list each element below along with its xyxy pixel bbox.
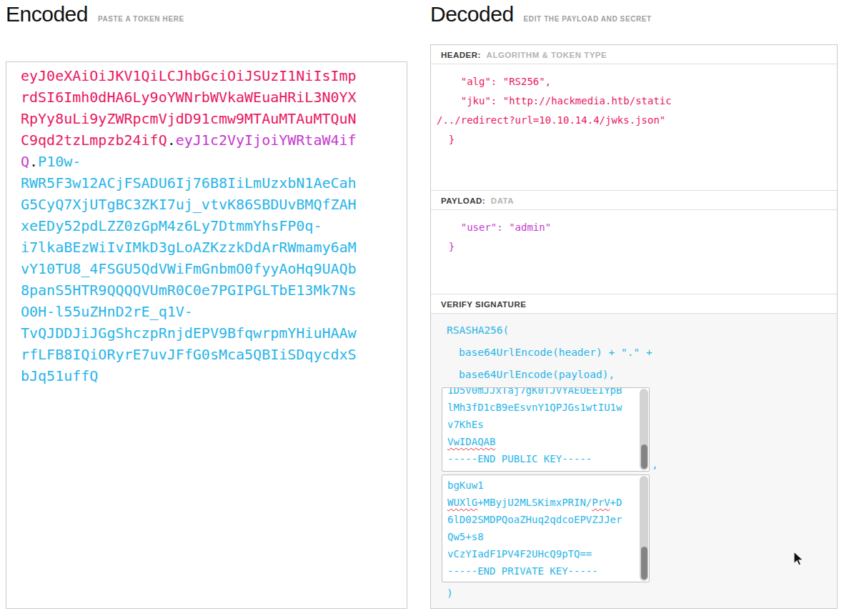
verify-code-line: base64UrlEncode(payload),: [459, 364, 837, 386]
token-separator: .: [29, 153, 38, 170]
decoded-title-row: Decoded EDIT THE PAYLOAD AND SECRET: [430, 0, 652, 29]
header-json-text[interactable]: "alg": "RS256", "jku": "http://hackmedia…: [431, 64, 837, 149]
payload-section-title: PAYLOAD: DATA: [431, 191, 837, 210]
header-section: HEADER: ALGORITHM & TOKEN TYPE "alg": "R…: [431, 45, 837, 191]
verify-signature-section: VERIFY SIGNATURE RSASHA256( base64UrlEnc…: [431, 294, 837, 608]
private-key-text: bgKuw1WUXlG+MByjU2MLSKimxPRIN/PrV+D6lD02…: [442, 475, 649, 582]
decoded-subtitle: EDIT THE PAYLOAD AND SECRET: [524, 15, 652, 23]
scrollbar-thumb[interactable]: [641, 444, 647, 469]
encoded-title: Encoded: [6, 0, 88, 29]
verify-code-line: base64UrlEncode(header) + "." +: [459, 342, 837, 364]
mouse-cursor-icon: [793, 551, 805, 567]
encoded-title-row: Encoded PASTE A TOKEN HERE: [6, 0, 184, 29]
token-separator: .: [167, 131, 176, 149]
header-sublabel: ALGORITHM & TOKEN TYPE: [487, 51, 607, 59]
header-label: HEADER:: [441, 51, 481, 59]
payload-sublabel: DATA: [491, 197, 514, 205]
decoded-panel: HEADER: ALGORITHM & TOKEN TYPE "alg": "R…: [430, 44, 838, 609]
verify-signature-content: RSASHA256( base64UrlEncode(header) + "."…: [431, 314, 837, 608]
encoded-subtitle: PASTE A TOKEN HERE: [98, 15, 184, 23]
token-signature-segment: P10w-RWR5F3w12ACjFSADU6Ij76B8IiLmUzxbN1A…: [21, 153, 357, 384]
scrollbar-track: [640, 476, 648, 581]
payload-section: PAYLOAD: DATA "user": "admin" }: [431, 191, 837, 294]
jwt-token-text[interactable]: eyJ0eXAiOiJKV1QiLCJhbGciOiJSUzI1NiIsImpr…: [6, 62, 359, 387]
header-section-title: HEADER: ALGORITHM & TOKEN TYPE: [431, 45, 837, 64]
verify-code-close: ): [447, 582, 837, 605]
scrollbar-thumb[interactable]: [641, 547, 647, 580]
decoded-title: Decoded: [430, 0, 514, 29]
payload-json-editor[interactable]: "user": "admin" }: [431, 210, 837, 294]
scrollbar-track: [640, 389, 648, 470]
verify-section-title: VERIFY SIGNATURE: [431, 294, 837, 314]
encoded-token-editor[interactable]: eyJ0eXAiOiJKV1QiLCJhbGciOiJSUzI1NiIsImpr…: [6, 61, 407, 609]
header-json-editor[interactable]: "alg": "RS256", "jku": "http://hackmedia…: [431, 64, 837, 190]
payload-json-text[interactable]: "user": "admin" }: [431, 210, 837, 257]
private-key-textarea[interactable]: bgKuw1WUXlG+MByjU2MLSKimxPRIN/PrV+D6lD02…: [442, 475, 650, 582]
verify-comma: ,: [652, 458, 658, 471]
verify-label: VERIFY SIGNATURE: [441, 300, 526, 309]
public-key-textarea[interactable]: 1D5V0mJJxTaj7gK0TJVYAEUEEIYpBlMh3fD1cB9e…: [442, 387, 650, 472]
payload-label: PAYLOAD:: [441, 197, 485, 205]
public-key-text: 1D5V0mJJxTaj7gK0TJVYAEUEEIYpBlMh3fD1cB9e…: [442, 387, 649, 470]
verify-code-line: RSASHA256(: [447, 319, 837, 342]
